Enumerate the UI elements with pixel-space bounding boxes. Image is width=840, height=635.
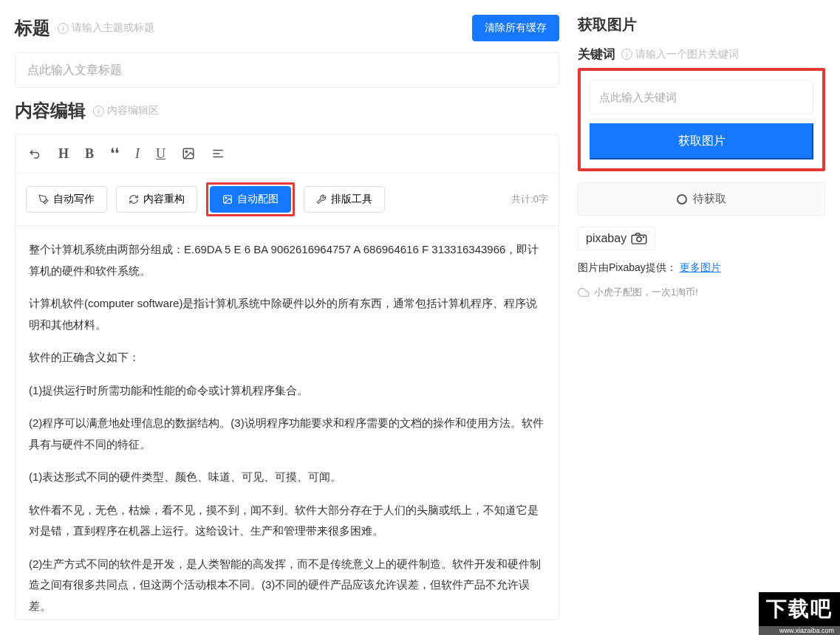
italic-icon[interactable]: I (135, 146, 140, 162)
info-icon: i (93, 106, 104, 117)
bold-icon[interactable]: B (85, 146, 94, 162)
footer-note: 小虎子配图，一次1淘币! (578, 286, 825, 299)
content-paragraph: (1)提供运行时所需功能和性能的命令或计算机程序集合。 (29, 380, 545, 402)
svg-point-1 (185, 151, 187, 152)
auto-image-label: 自动配图 (237, 193, 279, 206)
provider-text: 图片由Pixabay提供： (578, 261, 677, 273)
title-section-label: 标题 (15, 16, 50, 40)
title-hint-text: 请输入主题或标题 (72, 21, 154, 35)
layout-tool-button[interactable]: 排版工具 (304, 186, 385, 213)
clear-cache-button[interactable]: 清除所有缓存 (472, 15, 559, 41)
content-paragraph: 软件的正确含义如下： (29, 347, 545, 368)
word-count: 共计:0字 (511, 193, 548, 206)
svg-point-6 (225, 197, 227, 199)
content-hint-text: 内容编辑区 (107, 104, 159, 117)
cloud-icon (578, 286, 590, 298)
content-paragraph: (2)生产方式不同的软件是开发，是人类智能的高发挥，而不是传统意义上的硬件制造。… (29, 554, 545, 617)
content-paragraph: 计算机软件(computer software)是指计算机系统中除硬件以外的所有… (29, 293, 545, 335)
auto-write-label: 自动写作 (53, 193, 95, 206)
info-icon: i (621, 49, 632, 60)
content-paragraph: 软件看不见，无色，枯燥，看不见，摸不到，闻不到。软件大部分存在于人们的头脑或纸上… (29, 500, 545, 542)
editor-content[interactable]: 整个计算机系统由两部分组成：E.69DA 5 E 6 BA 9062616964… (16, 226, 559, 619)
article-title-input[interactable] (15, 52, 559, 88)
auto-write-button[interactable]: 自动写作 (26, 186, 107, 213)
layout-tool-label: 排版工具 (331, 193, 372, 206)
provider-line: 图片由Pixabay提供： 更多图片 (578, 261, 825, 275)
more-images-link[interactable]: 更多图片 (680, 261, 721, 273)
editor-toolbar-actions: 自动写作 内容重构 自动配图 排版工具 共计:0字 (16, 174, 559, 226)
editor-toolbar-formatting: H B ❛❛ I U (16, 134, 559, 174)
pixabay-logo: pixabay (578, 227, 655, 250)
auto-image-highlight: 自动配图 (206, 182, 295, 216)
align-icon[interactable] (211, 147, 225, 160)
underline-icon[interactable]: U (156, 146, 165, 162)
auto-image-button[interactable]: 自动配图 (210, 186, 291, 213)
undo-icon[interactable] (29, 147, 42, 160)
keyword-label: 关键词 (578, 46, 615, 63)
content-rebuild-button[interactable]: 内容重构 (116, 186, 197, 213)
watermark-main: 下载吧 (759, 592, 840, 626)
watermark: 下载吧 www.xiazaiba.com (759, 592, 840, 635)
keyword-hint: i 请输入一个图片关键词 (621, 48, 739, 61)
keyword-input[interactable] (590, 80, 813, 114)
watermark-sub: www.xiazaiba.com (759, 626, 840, 635)
title-hint: i 请输入主题或标题 (58, 21, 154, 35)
content-paragraph: (2)程序可以满意地处理信息的数据结构。(3)说明程序功能要求和程序需要的文档的… (29, 413, 545, 455)
info-icon: i (58, 23, 69, 34)
heading-icon[interactable]: H (58, 146, 69, 162)
keyword-hint-text: 请输入一个图片关键词 (635, 48, 739, 61)
svg-point-9 (643, 237, 644, 238)
content-paragraph: 整个计算机系统由两部分组成：E.69DA 5 E 6 BA 9062616964… (29, 239, 545, 281)
pending-button[interactable]: 待获取 (578, 182, 825, 216)
image-icon[interactable] (182, 147, 195, 160)
circle-icon (677, 194, 687, 205)
pending-label: 待获取 (693, 192, 726, 206)
footer-note-text: 小虎子配图，一次1淘币! (594, 286, 698, 299)
quote-icon[interactable]: ❛❛ (110, 145, 119, 162)
content-section-label: 内容编辑 (15, 99, 86, 123)
fetch-image-title: 获取图片 (578, 15, 825, 35)
keyword-highlight-block: 获取图片 (578, 68, 825, 171)
content-rebuild-label: 内容重构 (143, 193, 185, 206)
svg-point-8 (637, 237, 641, 241)
content-hint: i 内容编辑区 (93, 104, 159, 117)
fetch-image-button[interactable]: 获取图片 (590, 123, 813, 159)
pixabay-text: pixabay (586, 232, 626, 245)
content-paragraph: (1)表达形式不同的硬件类型、颜色、味道、可见、可摸、可闻。 (29, 467, 545, 488)
editor-box: H B ❛❛ I U 自动写作 内容重构 (15, 134, 559, 620)
